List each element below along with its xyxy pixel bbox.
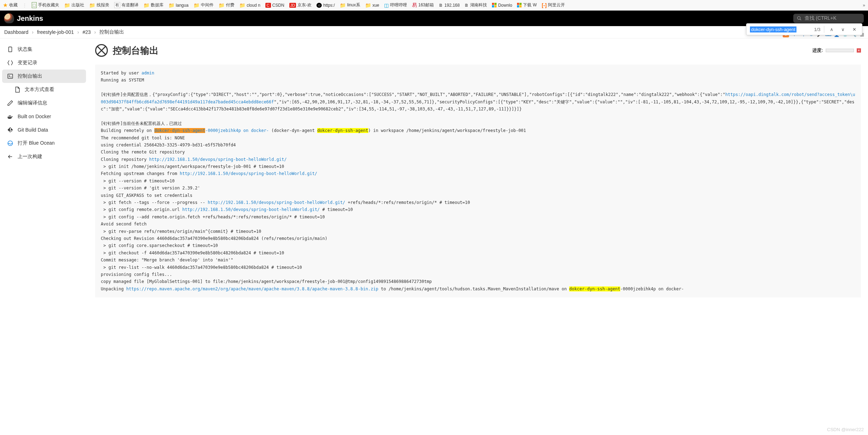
bookmark-label: cloud n [247,3,260,8]
bookmark-hunan[interactable]: 🗎湖南科技 [464,2,487,8]
console-text: > git --version # 'git version 2.39.2' [101,186,200,191]
breadcrumb-build[interactable]: #23 [82,29,91,35]
console-text: > git rev-list --no-walk 4460d6dac357a47… [101,265,302,270]
page-title: 控制台输出 [95,44,159,57]
console-text: Avoid second fetch [101,222,147,226]
find-prev-button[interactable]: ∧ [828,26,836,33]
console-text: Cloning repository [101,157,149,162]
console-link[interactable]: https://repo.maven.apache.org/maven2/org… [126,286,378,291]
star-icon: ★ [3,2,8,8]
bookmark-label: 阿里云开 [548,2,565,8]
bookmark-github[interactable]: ○https:/ [316,3,335,8]
console-text: > git config remote.origin.url [101,207,182,212]
console-text: using credential 256642b3-3325-4979-bd31… [101,143,236,147]
console-link[interactable]: http://192.168.1.50/devops/spring-boot-h… [180,171,317,176]
bookmark-label: 数据库 [151,2,164,8]
console-text: Checking out Revision 4460d6dac357a47039… [101,236,327,241]
console-link[interactable]: http://192.168.1.50/devops/spring-boot-h… [208,200,345,205]
bookmark-label: Downlo [498,3,512,8]
bookmark-msdown[interactable]: 下载 W [517,2,537,8]
bookmark-folder-8[interactable]: 📁linux系 [340,2,360,8]
console-text: > git config core.sparsecheckout # timeo… [101,243,218,248]
progress-close-icon[interactable]: × [857,48,861,53]
sidebar-item-changes[interactable]: 变更记录 [2,56,86,70]
header-search[interactable]: 查找 (CTRL+K [793,14,864,23]
bookmark-csdn[interactable]: CCSDN [265,3,284,8]
console-text: > git fetch --tags --force --progress -- [101,200,208,205]
bookmark-folder-7[interactable]: 📁cloud n [239,2,260,8]
console-link[interactable]: http://192.168.1.50/devops/spring-boot-h… [149,157,287,162]
bookmark-aliyun[interactable]: [-]阿里云开 [542,2,565,8]
jenkins-logo[interactable]: Jenkins [4,13,43,23]
sidebar-item-edit-build[interactable]: 编辑编译信息 [2,96,86,110]
bookmark-folder-9[interactable]: 📁xue [365,2,379,8]
find-next-button[interactable]: ∨ [839,26,847,33]
sidebar-item-prev-build[interactable]: 上一次构建 [2,150,86,163]
agent-link[interactable]: dokcer-dyn-ssh-agent-0000jzebihk4p on do… [154,128,269,133]
svg-point-0 [798,17,800,19]
bookmark-folder-1[interactable]: 📁线报类 [89,2,109,8]
bookmark-ip[interactable]: 🗎192.168 [439,3,460,8]
folder-icon: 📁 [218,2,224,8]
folder-icon: 📁 [64,2,70,8]
console-text: # timeout=10 [320,207,353,212]
bookmark-folder-0[interactable]: 📁出版社 [64,2,84,8]
bookmark-163[interactable]: 易163邮箱 [412,2,434,8]
bookmark-label: langua [176,3,189,8]
find-query[interactable]: dokcer-dyn-ssh-agent [750,26,796,32]
jenkins-header: Jenkins 查找 (CTRL+K dokcer-dyn-ssh-agent … [0,11,868,26]
mail163-icon: 易 [412,2,417,8]
console-text: Commit message: "Merge branch 'develop' … [101,258,233,262]
bookmark-label: 出版社 [72,2,84,8]
page-icon: 🗎 [439,3,443,8]
page-icon: 🗎 [464,3,469,8]
page-title-text: 控制台输出 [113,44,159,57]
pencil-icon [7,100,13,106]
git-icon [7,127,13,133]
clipboard-icon [7,46,13,53]
bookmark-overflow[interactable]: » [863,3,865,8]
folder-icon: 📁 [365,2,371,8]
bookmark-separator: ⋮ [23,3,27,8]
bilibili-icon: ◫ [384,2,389,8]
bookmark-folder-6[interactable]: 📁付费 [218,2,234,8]
bookmark-label: https:/ [323,3,335,8]
ms-icon [492,3,497,7]
svg-rect-2 [9,47,12,52]
breadcrumb-console[interactable]: 控制台输出 [99,29,124,35]
bookmark-label: 有道翻译 [122,2,138,8]
console-text: [钉钉插件]全局配置信息，{"proxyConfig":{"type":"DIR… [101,92,725,97]
sidebar-item-blueocean[interactable]: 打开 Blue Ocean [2,137,86,150]
browser-bookmarks-bar: ★收藏 ⋮ □手机收藏夹 📁出版社 📁线报类 有有道翻译 📁数据库 📁langu… [0,0,868,11]
breadcrumb-job[interactable]: freestyle-job-001 [37,29,74,35]
sidebar-item-status[interactable]: 状态集 [2,43,86,56]
bookmark-folder-3[interactable]: 📁数据库 [143,2,164,8]
console-link[interactable]: http://192.168.1.50/devops/spring-boot-h… [182,207,320,212]
sidebar-label: Built on Docker [18,114,51,119]
jenkins-brand-text: Jenkins [17,14,43,23]
sidebar-item-text-view[interactable]: 文本方式查看 [2,83,86,96]
bookmark-folder-5[interactable]: 📁中间件 [193,2,214,8]
bookmark-label: 中间件 [201,2,214,8]
console-text: [钉钉插件]当前任务未配置机器人，已跳过 [101,121,182,126]
bookmark-favorites[interactable]: ★收藏 [3,2,18,8]
breadcrumb-dashboard[interactable]: Dashboard [4,29,29,35]
chevron-right-icon: › [32,29,34,35]
bookmark-bili[interactable]: ◫哔哩哔哩 [384,2,407,8]
bookmark-folder-4[interactable]: 📁langua [168,2,189,8]
bookmark-mobile[interactable]: □手机收藏夹 [32,2,59,8]
bookmark-jd[interactable]: JD京东-欢 [289,2,312,8]
console-text: copy managed file [MyGlobalSettings-001]… [101,279,432,284]
sidebar-item-docker[interactable]: Built on Docker [2,110,86,123]
page-header: 控制台输出 进度: × [95,44,861,57]
find-close-button[interactable]: ✕ [850,26,858,33]
bookmark-label: 哔哩哔哩 [390,2,407,8]
console-text: Unpacking [101,286,126,291]
sidebar-item-git[interactable]: Git Build Data [2,123,86,137]
folder-icon: 📁 [168,2,174,8]
folder-icon: 📁 [193,2,199,8]
console-user-link[interactable]: admin [142,71,154,75]
bookmark-youdao[interactable]: 有有道翻译 [114,2,138,8]
sidebar-item-console[interactable]: 控制台输出 [2,70,86,83]
bookmark-download[interactable]: Downlo [492,3,512,8]
